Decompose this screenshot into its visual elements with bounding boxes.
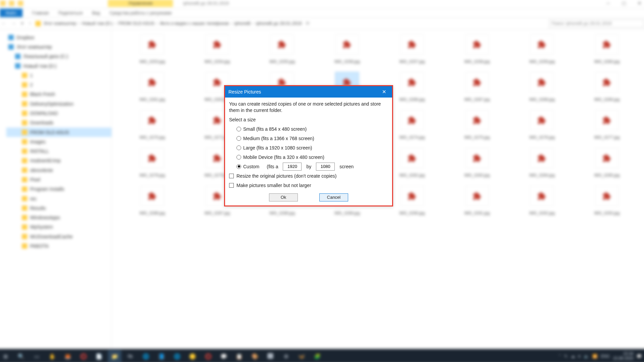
taskbar-app-firefox[interactable]: 🦊 [61, 350, 74, 362]
breadcrumb-segment[interactable]: iphoneB [234, 21, 251, 26]
sidebar-item[interactable]: WpSystem [6, 222, 112, 232]
ok-button[interactable]: Ok [269, 193, 298, 201]
taskbar-app-store[interactable]: 🛍 [123, 350, 137, 362]
nav-back-icon[interactable]: ← [0, 21, 7, 26]
tray-icon[interactable]: 📶 [592, 354, 597, 359]
sidebar-item[interactable]: WindowsApps [6, 213, 112, 222]
file-thumbnail[interactable]: IMG_0277.jpg [577, 108, 637, 142]
taskbar-app[interactable]: 🎨 [248, 350, 262, 362]
tray-lang[interactable]: ENG [601, 354, 609, 359]
breadcrumb-segment[interactable]: FROM OLD ASUS [118, 21, 154, 26]
file-thumbnail[interactable]: IMG_0256.jpg [317, 32, 377, 66]
tray-chevron-up-icon[interactable]: ˄ [559, 354, 561, 359]
file-thumbnail[interactable]: IMG_0258.jpg [447, 32, 507, 66]
sidebar-item[interactable]: Новый том (D:) [6, 61, 112, 70]
window-maximize[interactable]: ▢ [616, 0, 632, 8]
taskbar-app[interactable]: 🟡 [186, 350, 199, 362]
search-input[interactable]: Поиск: iphoneB до 28.01.2019 [549, 19, 644, 27]
tray-icon[interactable]: ☁ [571, 354, 575, 359]
file-thumbnail[interactable]: IMG_0253.jpg [122, 32, 182, 66]
taskbar-app-explorer[interactable]: 📁 [108, 350, 121, 362]
window-close[interactable]: ✕ [632, 0, 644, 8]
sidebar-item[interactable]: 2 [6, 80, 112, 89]
sidebar-item[interactable]: WUDownloadCache [6, 232, 112, 241]
checkbox-resize-original[interactable]: Resize the original pictures (don't crea… [229, 171, 388, 181]
ribbon-context-tab[interactable]: Управление [108, 0, 173, 7]
sidebar-item[interactable]: Black Fresh [6, 89, 112, 99]
file-thumbnail[interactable]: IMG_0292.jpg [512, 184, 572, 218]
dialog-close-button[interactable]: ✕ [379, 87, 389, 97]
taskbar-app-skype[interactable]: 💬 [217, 350, 230, 362]
sidebar-item[interactable]: РАБОТА [6, 241, 112, 251]
taskbar-app[interactable]: 🧩 [311, 350, 324, 362]
sidebar-item[interactable]: DeliveryOptimization [6, 99, 112, 109]
radio-large[interactable]: Large (fits a 644 x 362 screen) [236, 143, 388, 153]
file-thumbnail[interactable]: IMG_0291.jpg [447, 184, 507, 218]
file-thumbnail[interactable]: IMG_0254.jpg [187, 32, 248, 66]
tab-home[interactable]: Главная [32, 10, 49, 15]
qat-icon[interactable] [9, 0, 14, 6]
file-thumbnail[interactable]: IMG_0293.jpg [577, 184, 637, 218]
file-thumbnail[interactable]: IMG_0257.jpg [382, 32, 442, 66]
tray-icon[interactable]: ✎ [564, 354, 568, 359]
taskbar-app[interactable]: 🌐 [170, 350, 184, 362]
qat-icon[interactable] [0, 0, 6, 6]
breadcrumb-segment[interactable]: Новый том (D:) [82, 21, 113, 26]
sidebar-item[interactable]: msdownld.tmp [6, 156, 112, 165]
sidebar-item[interactable]: Dropbox [6, 33, 112, 42]
file-thumbnail[interactable]: IMG_0267.jpg [447, 70, 507, 104]
file-thumbnail[interactable]: IMG_0261.jpg [122, 70, 182, 104]
taskbar-app-chrome[interactable]: 🌐 [139, 350, 153, 362]
file-thumbnail[interactable]: IMG_0268.jpg [512, 70, 572, 104]
file-thumbnail[interactable]: IMG_0270.jpg [122, 108, 182, 142]
taskbar[interactable]: ⊞ 🔍 ▭ ✋ 🦊 ⭕ 📄 📁 🛍 🌐 📘 🌐 🟡 ⭕ 💬 📋 🎨 🅰 ⚙ 🦋 … [0, 349, 644, 362]
tray-clock[interactable]: 15:34 15.08.2020 [613, 352, 634, 361]
tab-file[interactable]: Файл [0, 9, 22, 17]
breadcrumb-segment[interactable]: Этот компьютер [43, 21, 76, 26]
taskbar-app[interactable]: 🅰 [264, 350, 277, 362]
navigation-pane[interactable]: DropboxЭтот компьютерЛокальный диск (C:)… [0, 29, 112, 356]
taskbar-app-opera[interactable]: ⭕ [77, 350, 90, 362]
file-thumbnail[interactable]: IMG_0278.jpg [122, 146, 182, 180]
taskbar-app[interactable]: 📋 [232, 350, 246, 362]
radio-small[interactable]: Small (fits a 854 x 480 screen) [236, 124, 388, 134]
breadcrumb-segment[interactable]: iphoneB до 28.01.2019 [256, 21, 302, 26]
file-thumbnail[interactable]: IMG_0255.jpg [252, 32, 312, 66]
cancel-button[interactable]: Cancel [319, 193, 348, 201]
sidebar-item[interactable]: INSTALL [6, 146, 112, 156]
custom-width-input[interactable] [283, 163, 302, 171]
file-thumbnail[interactable]: IMG_0284.jpg [512, 146, 572, 180]
sidebar-item[interactable]: Downloads [6, 118, 112, 127]
window-minimize[interactable]: ─ [600, 0, 616, 8]
tray-action-center-icon[interactable]: 💬 [637, 354, 642, 359]
sidebar-item[interactable]: Images [6, 137, 112, 146]
system-tray[interactable]: ˄ ✎ ☁ ▾ 🔈 📶 ENG 15:34 15.08.2020 💬 [559, 352, 644, 361]
sidebar-item[interactable]: Program Installs [6, 184, 112, 194]
tray-icon[interactable]: 🔈 [584, 354, 589, 359]
file-thumbnail[interactable]: IMG_0259.jpg [512, 32, 572, 66]
tab-share[interactable]: Поделиться [58, 10, 83, 15]
taskbar-app[interactable]: 🦋 [295, 350, 308, 362]
radio-custom[interactable]: Custom (fits a by screen [236, 162, 388, 171]
tray-icon[interactable]: ▾ [578, 354, 580, 359]
sidebar-item[interactable]: Pixel [6, 175, 112, 184]
checkbox-smaller-only[interactable]: Make pictures smaller but not larger [229, 181, 388, 190]
nav-recent-icon[interactable]: ▾ [20, 21, 25, 26]
dialog-title-bar[interactable]: Resize Pictures ✕ [225, 86, 392, 98]
file-thumbnail[interactable]: IMG_0286.jpg [122, 184, 182, 218]
refresh-icon[interactable]: ⟳ [305, 21, 311, 26]
taskbar-app-settings-icon[interactable]: ⚙ [279, 350, 293, 362]
breadcrumb[interactable]: Этот компьютер › Новый том (D:) › FROM O… [43, 21, 302, 26]
file-thumbnail[interactable]: IMG_0283.jpg [447, 146, 507, 180]
sidebar-item[interactable]: Results [6, 203, 112, 213]
sidebar-item[interactable]: FROM OLD ASUS [6, 127, 112, 137]
nav-forward-icon[interactable]: → [10, 21, 17, 26]
task-view-icon[interactable]: ▭ [30, 350, 43, 362]
qat-icon[interactable] [18, 0, 23, 6]
breadcrumb-segment[interactable]: Фото и видео с наших телефонов [160, 21, 229, 26]
taskbar-search-icon[interactable]: 🔍 [14, 350, 28, 362]
start-button[interactable]: ⊞ [0, 350, 12, 362]
taskbar-app[interactable]: ✋ [46, 350, 59, 362]
custom-height-input[interactable] [316, 163, 335, 171]
file-thumbnail[interactable]: IMG_0269.jpg [577, 70, 637, 104]
